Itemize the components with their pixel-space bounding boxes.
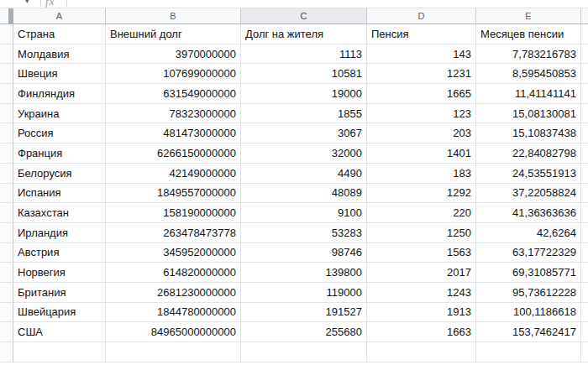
cell-d13[interactable]: 2017 <box>367 263 476 283</box>
cell-b1[interactable]: Внешний долг <box>106 24 241 44</box>
cell-a15[interactable]: Швейцария <box>13 303 106 323</box>
cell-f16[interactable] <box>581 322 588 342</box>
cell-c5[interactable]: 1855 <box>241 104 367 124</box>
cell-e1[interactable]: Месяцев пенсии <box>476 24 581 44</box>
row-header[interactable] <box>0 84 13 104</box>
cell-f13[interactable] <box>581 263 588 283</box>
cell-b12[interactable]: 345952000000 <box>106 243 241 263</box>
cell-c6[interactable]: 3067 <box>241 123 367 143</box>
cell-a13[interactable]: Норвегия <box>13 263 106 283</box>
row-header[interactable] <box>0 283 13 303</box>
cell-a17[interactable] <box>13 342 106 362</box>
cell-d17[interactable] <box>367 342 476 362</box>
cell-c10[interactable]: 9100 <box>241 203 367 223</box>
cell-c1[interactable]: Долг на жителя <box>241 24 367 44</box>
cell-b2[interactable]: 3970000000 <box>106 44 241 65</box>
cell-d4[interactable]: 1665 <box>367 84 476 104</box>
row-header[interactable] <box>0 104 13 124</box>
column-header-a[interactable]: A <box>13 8 106 24</box>
cell-e10[interactable]: 41,36363636 <box>476 203 581 223</box>
cell-f10[interactable] <box>581 203 588 223</box>
cell-a16[interactable]: США <box>13 322 106 342</box>
cell-e9[interactable]: 37,22058824 <box>476 184 581 204</box>
cell-e12[interactable]: 63,17722329 <box>476 243 581 263</box>
row-header[interactable] <box>0 303 13 323</box>
cell-e16[interactable]: 153,7462417 <box>476 322 581 342</box>
cell-b15[interactable]: 1844780000000 <box>106 303 241 323</box>
cell-d10[interactable]: 220 <box>367 203 476 223</box>
name-box-dropdown-icon[interactable]: ▾ <box>25 0 29 5</box>
cell-f1[interactable] <box>581 24 588 44</box>
column-header-d[interactable]: D <box>367 8 476 24</box>
cell-a6[interactable]: Россия <box>13 123 106 143</box>
cell-f5[interactable] <box>581 104 588 124</box>
cell-f17[interactable] <box>581 342 588 362</box>
row-header[interactable] <box>0 322 13 342</box>
cell-a12[interactable]: Австрия <box>13 243 106 263</box>
cell-f14[interactable] <box>581 283 588 303</box>
cell-e6[interactable]: 15,10837438 <box>476 123 581 143</box>
cell-b8[interactable]: 42149000000 <box>106 164 241 184</box>
cell-d3[interactable]: 1231 <box>367 64 476 84</box>
cell-b7[interactable]: 6266150000000 <box>106 143 241 164</box>
cell-b13[interactable]: 614820000000 <box>106 263 241 283</box>
cell-f4[interactable] <box>581 84 588 104</box>
cell-a1[interactable]: Страна <box>13 24 106 44</box>
cell-c4[interactable]: 19000 <box>241 84 367 104</box>
row-header[interactable] <box>0 184 13 204</box>
cell-e8[interactable]: 24,53551913 <box>476 164 581 184</box>
cell-b3[interactable]: 107699000000 <box>106 64 241 84</box>
cell-e13[interactable]: 69,31085771 <box>476 263 581 283</box>
cell-b6[interactable]: 481473000000 <box>106 123 241 143</box>
row-header[interactable] <box>0 223 13 243</box>
row-header[interactable] <box>0 203 13 223</box>
cell-a10[interactable]: Казахстан <box>13 203 106 223</box>
cell-a11[interactable]: Ирландия <box>13 223 106 243</box>
row-header[interactable] <box>0 44 13 65</box>
cell-a7[interactable]: Франция <box>13 143 106 164</box>
cell-a2[interactable]: Молдавия <box>13 44 106 65</box>
cell-f7[interactable] <box>581 143 588 164</box>
cell-f9[interactable] <box>581 184 588 204</box>
cell-d8[interactable]: 183 <box>367 164 476 184</box>
cell-f15[interactable] <box>581 303 588 323</box>
cell-e17[interactable] <box>476 342 581 362</box>
row-header[interactable] <box>0 342 13 362</box>
cell-c13[interactable]: 139800 <box>241 263 367 283</box>
cell-e3[interactable]: 8,595450853 <box>476 64 581 84</box>
cell-c3[interactable]: 10581 <box>241 64 367 84</box>
cell-c2[interactable]: 1113 <box>241 44 367 65</box>
cell-b10[interactable]: 158190000000 <box>106 203 241 223</box>
column-header-c[interactable]: C <box>241 8 367 24</box>
cell-d1[interactable]: Пенсия <box>367 24 476 44</box>
row-header[interactable] <box>0 24 13 44</box>
row-gutter-corner[interactable] <box>0 8 13 24</box>
cell-a9[interactable]: Испания <box>13 184 106 204</box>
cell-d6[interactable]: 203 <box>367 123 476 143</box>
row-header[interactable] <box>0 243 13 263</box>
column-header-f-sliver[interactable] <box>581 8 588 24</box>
column-header-b[interactable]: B <box>106 8 241 24</box>
cell-b17[interactable] <box>106 342 241 362</box>
cell-e7[interactable]: 22,84082798 <box>476 143 581 164</box>
cell-a5[interactable]: Украина <box>13 104 106 124</box>
cell-e15[interactable]: 100,1186618 <box>476 303 581 323</box>
cell-d12[interactable]: 1563 <box>367 243 476 263</box>
cell-e4[interactable]: 11,41141141 <box>476 84 581 104</box>
cell-e5[interactable]: 15,08130081 <box>476 104 581 124</box>
cell-c16[interactable]: 255680 <box>241 322 367 342</box>
row-header[interactable] <box>0 123 13 143</box>
cell-f6[interactable] <box>581 123 588 143</box>
cell-b16[interactable]: 84965000000000 <box>106 322 241 342</box>
cell-f3[interactable] <box>581 64 588 84</box>
row-header[interactable] <box>0 164 13 184</box>
cell-a4[interactable]: Финляндия <box>13 84 106 104</box>
cell-c12[interactable]: 98746 <box>241 243 367 263</box>
cell-d7[interactable]: 1401 <box>367 143 476 164</box>
cell-d11[interactable]: 1250 <box>367 223 476 243</box>
cell-d9[interactable]: 1292 <box>367 184 476 204</box>
cell-c8[interactable]: 4490 <box>241 164 367 184</box>
cell-a8[interactable]: Белорусия <box>13 164 106 184</box>
cell-c14[interactable]: 119000 <box>241 283 367 303</box>
row-header[interactable] <box>0 64 13 84</box>
